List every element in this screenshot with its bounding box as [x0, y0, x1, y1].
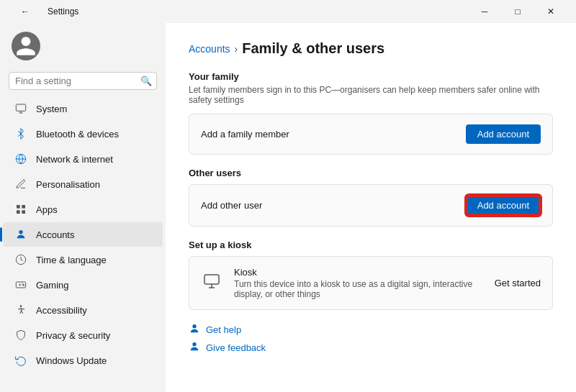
feedback-icon [189, 341, 200, 355]
sidebar-item-apps[interactable]: Apps [3, 197, 163, 222]
sidebar-item-network[interactable]: Network & internet [3, 147, 163, 171]
kiosk-card: Kiosk Turn this device into a kiosk to u… [189, 256, 553, 310]
breadcrumb: Accounts › Family & other users [189, 40, 553, 57]
add-family-label: Add a family member [201, 129, 289, 140]
close-button[interactable]: ✕ [534, 0, 567, 23]
sidebar-item-label-personalisation: Personalisation [36, 179, 100, 190]
svg-rect-7 [22, 210, 25, 214]
apps-icon [14, 203, 27, 216]
svg-rect-0 [16, 104, 25, 111]
svg-rect-5 [17, 205, 20, 209]
kiosk-desc: Turn this device into a kiosk to use as … [234, 279, 483, 299]
minimize-button[interactable]: ─ [468, 0, 501, 23]
add-family-account-button[interactable]: Add account [466, 124, 541, 144]
sidebar-item-bluetooth[interactable]: Bluetooth & devices [3, 122, 163, 146]
sidebar-item-label-accessibility: Accessibility [36, 305, 87, 316]
svg-point-14 [22, 284, 23, 285]
time-icon [14, 253, 27, 266]
search-input[interactable] [15, 76, 136, 86]
kiosk-section: Set up a kiosk Kiosk Turn this device in… [189, 240, 553, 310]
titlebar-left: ← Settings [9, 0, 78, 23]
sidebar-item-system[interactable]: System [3, 96, 163, 121]
search-box[interactable]: 🔍 [9, 72, 157, 90]
accounts-icon [14, 228, 27, 241]
breadcrumb-link[interactable]: Accounts [189, 43, 230, 55]
kiosk-title: Kiosk [234, 267, 483, 278]
sidebar-item-label-privacy: Privacy & security [36, 330, 110, 341]
help-icon [189, 323, 200, 337]
sidebar-item-label-time: Time & language [36, 255, 107, 265]
titlebar: ← Settings ─ □ ✕ [0, 0, 576, 23]
kiosk-icon [201, 273, 222, 294]
sidebar-item-gaming[interactable]: Gaming [3, 273, 163, 297]
sidebar-item-label-network: Network & internet [36, 154, 113, 165]
sidebar-item-accessibility[interactable]: Accessibility [3, 298, 163, 322]
sidebar-item-label-accounts: Accounts [36, 229, 74, 240]
add-other-user-card: Add other user Add account [189, 184, 553, 227]
add-family-card: Add a family member Add account [189, 114, 553, 155]
sidebar-item-privacy[interactable]: Privacy & security [3, 323, 163, 347]
gaming-icon [14, 278, 27, 291]
other-users-section: Other users Add other user Add account [189, 168, 553, 227]
get-help-link[interactable]: Get help [189, 323, 553, 337]
add-other-user-button[interactable]: Add account [466, 195, 541, 216]
accessibility-icon [14, 304, 27, 316]
your-family-title: Your family [189, 71, 553, 82]
app-container: 🔍 SystemBluetooth & devicesNetwork & int… [0, 23, 576, 392]
your-family-section: Your family Let family members sign in t… [189, 71, 553, 155]
update-icon [14, 354, 27, 367]
svg-rect-6 [22, 205, 25, 209]
network-icon [14, 152, 27, 165]
sidebar-item-personalisation[interactable]: Personalisation [3, 172, 163, 196]
privacy-icon [14, 329, 27, 342]
breadcrumb-separator: › [235, 43, 238, 55]
other-users-title: Other users [189, 168, 553, 178]
svg-point-21 [192, 342, 196, 346]
give-feedback-label: Give feedback [206, 342, 266, 353]
get-help-label: Get help [206, 324, 241, 335]
kiosk-get-started-button[interactable]: Get started [495, 278, 541, 288]
svg-point-20 [192, 324, 196, 328]
avatar [12, 32, 40, 60]
sidebar-item-label-update: Windows Update [36, 355, 107, 366]
system-icon [14, 102, 27, 115]
your-family-desc: Let family members sign in to this PC—or… [189, 85, 553, 105]
kiosk-section-title: Set up a kiosk [189, 240, 553, 250]
bluetooth-icon [14, 127, 27, 140]
kiosk-text: Kiosk Turn this device into a kiosk to u… [234, 267, 483, 299]
titlebar-controls: ─ □ ✕ [468, 0, 567, 23]
sidebar-item-label-gaming: Gaming [36, 280, 69, 291]
nav-container: SystemBluetooth & devicesNetwork & inter… [0, 96, 166, 373]
main-content: Accounts › Family & other users Your fam… [166, 23, 576, 392]
sidebar-item-label-system: System [36, 104, 67, 114]
sidebar: 🔍 SystemBluetooth & devicesNetwork & int… [0, 23, 166, 392]
titlebar-title: Settings [48, 6, 78, 17]
sidebar-item-update[interactable]: Windows Update [3, 348, 163, 373]
give-feedback-link[interactable]: Give feedback [189, 341, 553, 355]
add-other-user-label: Add other user [201, 200, 262, 211]
svg-rect-8 [17, 210, 20, 214]
back-button[interactable]: ← [9, 0, 42, 23]
search-icon: 🔍 [140, 76, 152, 86]
personalisation-icon [14, 178, 27, 191]
sidebar-avatar [0, 23, 166, 69]
sidebar-item-label-bluetooth: Bluetooth & devices [36, 129, 119, 140]
footer-links: Get help Give feedback [189, 323, 553, 355]
sidebar-item-time[interactable]: Time & language [3, 247, 163, 272]
svg-point-16 [20, 305, 22, 307]
svg-point-9 [19, 230, 22, 234]
svg-rect-17 [204, 275, 219, 284]
sidebar-item-label-apps: Apps [36, 204, 58, 215]
sidebar-item-accounts[interactable]: Accounts [3, 222, 163, 247]
page-title: Family & other users [242, 40, 384, 57]
maximize-button[interactable]: □ [501, 0, 534, 23]
svg-point-15 [23, 285, 24, 286]
